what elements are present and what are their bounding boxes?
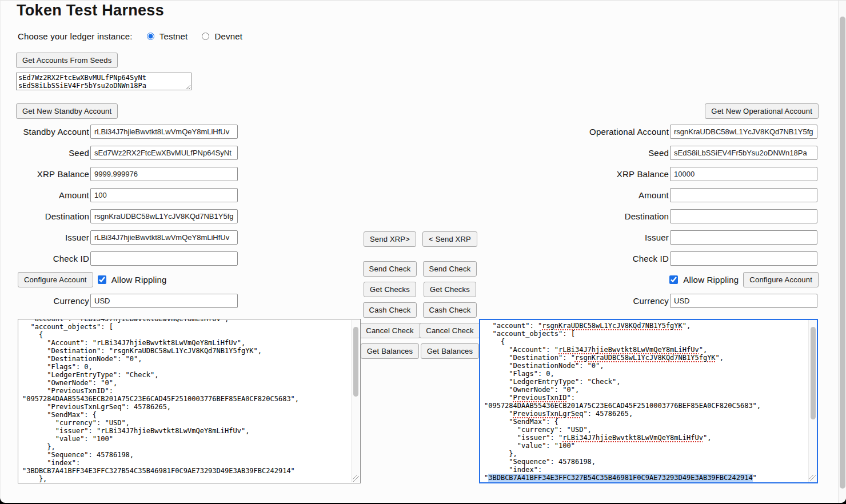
operational-send-check-button[interactable]: Send Check bbox=[423, 261, 477, 277]
resize-handle-icon[interactable] bbox=[353, 475, 359, 482]
standby-send-check-button[interactable]: Send Check bbox=[363, 261, 417, 277]
operational-account-row: Operational Account bbox=[536, 125, 819, 139]
standby-column: Standby Account Seed XRP Balance Amount … bbox=[16, 125, 239, 315]
standby-get-checks-button[interactable]: Get Checks bbox=[364, 282, 416, 297]
operational-amount-label: Amount bbox=[536, 190, 670, 200]
standby-xrp-balance-label: XRP Balance bbox=[16, 169, 90, 179]
page-title: Token Test Harness bbox=[17, 2, 164, 19]
standby-amount-row: Amount bbox=[16, 188, 239, 202]
operational-destination-label: Destination bbox=[536, 211, 670, 221]
resize-handle-icon[interactable] bbox=[809, 475, 816, 481]
operational-allow-rippling-label: Allow Rippling bbox=[683, 275, 739, 285]
operational-account-label: Operational Account bbox=[536, 127, 670, 137]
standby-account-label: Standby Account bbox=[16, 127, 90, 137]
operational-amount-input[interactable] bbox=[670, 188, 817, 202]
standby-configure-account-button[interactable]: Configure Account bbox=[18, 272, 93, 287]
standby-allow-rippling-checkbox[interactable] bbox=[98, 275, 106, 284]
operational-result-textarea[interactable]: "account": "rsgnKraUDBC58wL1YcJV8KQd7NB1… bbox=[479, 319, 818, 483]
standby-seed-row: Seed bbox=[16, 146, 239, 160]
standby-issuer-row: Issuer bbox=[16, 230, 239, 245]
ledger-option-devnet[interactable]: Devnet bbox=[202, 31, 242, 41]
standby-account-row: Standby Account bbox=[16, 125, 239, 139]
standby-allow-rippling-label: Allow Rippling bbox=[111, 275, 167, 285]
get-new-standby-account-button[interactable]: Get New Standby Account bbox=[16, 103, 118, 119]
standby-xrp-balance-row: XRP Balance bbox=[16, 167, 239, 181]
operational-get-checks-button[interactable]: Get Checks bbox=[424, 282, 476, 297]
operational-destination-input[interactable] bbox=[670, 209, 817, 223]
standby-destination-row: Destination bbox=[16, 209, 239, 223]
standby-seed-input[interactable] bbox=[90, 146, 238, 160]
operational-xrp-balance-input[interactable] bbox=[670, 167, 817, 181]
operational-seed-input[interactable] bbox=[670, 146, 817, 160]
token-test-harness-page: Token Test Harness Choose your ledger in… bbox=[0, 0, 846, 503]
ledger-testnet-label: Testnet bbox=[159, 31, 188, 41]
standby-account-input[interactable] bbox=[90, 125, 238, 139]
operational-result-json: "account": "rsgnKraUDBC58wL1YcJV8KQd7NB1… bbox=[480, 322, 808, 483]
seeds-textarea[interactable]: sEd7Wz2RX2FtcEwXBvMULfPNp64SyNt sEdS8iLb… bbox=[16, 73, 191, 90]
ledger-testnet-radio[interactable] bbox=[147, 33, 154, 40]
standby-cash-check-button[interactable]: Cash Check bbox=[363, 302, 417, 318]
operational-configure-account-button[interactable]: Configure Account bbox=[743, 272, 819, 287]
standby-amount-label: Amount bbox=[16, 190, 90, 200]
operational-result-scrollbar-thumb[interactable] bbox=[811, 327, 816, 419]
operational-check-id-row: Check ID bbox=[536, 251, 819, 266]
standby-configure-row: Configure Account Allow Rippling bbox=[16, 273, 239, 287]
operational-cash-check-button[interactable]: Cash Check bbox=[423, 302, 477, 318]
standby-actions-column: Send XRP> Send Check Get Checks Cash Che… bbox=[361, 231, 418, 359]
operational-seed-label: Seed bbox=[536, 148, 670, 158]
standby-check-id-input[interactable] bbox=[90, 251, 238, 266]
standby-result-scrollbar-thumb[interactable] bbox=[353, 327, 358, 397]
ledger-devnet-label: Devnet bbox=[214, 31, 242, 41]
standby-xrp-balance-input[interactable] bbox=[90, 167, 238, 181]
standby-currency-input[interactable] bbox=[90, 294, 238, 308]
get-new-operational-account-button[interactable]: Get New Operational Account bbox=[705, 103, 819, 119]
operational-amount-row: Amount bbox=[536, 188, 819, 202]
standby-currency-row: Currency bbox=[16, 294, 239, 308]
operational-column: Operational Account Seed XRP Balance Amo… bbox=[536, 125, 819, 315]
operational-result-scrollbar[interactable] bbox=[808, 320, 817, 482]
standby-amount-input[interactable] bbox=[90, 188, 238, 202]
ledger-instance-label: Choose your ledger instance: bbox=[18, 31, 133, 41]
operational-check-id-label: Check ID bbox=[536, 254, 670, 263]
ledger-devnet-radio[interactable] bbox=[202, 33, 209, 40]
ledger-option-testnet[interactable]: Testnet bbox=[147, 31, 188, 41]
page-scrollbar-thumb[interactable] bbox=[840, 17, 845, 489]
standby-issuer-label: Issuer bbox=[16, 233, 90, 242]
operational-issuer-input[interactable] bbox=[670, 230, 817, 245]
standby-destination-label: Destination bbox=[16, 211, 90, 221]
operational-configure-row: Allow Rippling Configure Account bbox=[536, 273, 819, 287]
operational-currency-row: Currency bbox=[536, 294, 819, 308]
operational-get-balances-button[interactable]: Get Balances bbox=[421, 343, 479, 359]
operational-currency-label: Currency bbox=[536, 296, 670, 306]
standby-result-scrollbar[interactable] bbox=[351, 320, 360, 482]
page-scrollbar[interactable] bbox=[838, 1, 846, 503]
get-accounts-from-seeds-button[interactable]: Get Accounts From Seeds bbox=[16, 53, 118, 68]
standby-seed-label: Seed bbox=[16, 148, 90, 158]
standby-currency-label: Currency bbox=[16, 296, 90, 306]
ledger-instance-row: Choose your ledger instance: Testnet Dev… bbox=[18, 30, 257, 42]
standby-destination-input[interactable] bbox=[90, 209, 238, 223]
operational-check-id-input[interactable] bbox=[670, 251, 817, 266]
standby-cancel-check-button[interactable]: Cancel Check bbox=[360, 323, 420, 338]
standby-result-textarea[interactable]: "account": "rLBi34J7hjieBwvtkt8LwVmQeY8m… bbox=[18, 319, 361, 483]
standby-result-json: "account": "rLBi34J7hjieBwvtkt8LwVmQeY8m… bbox=[18, 319, 351, 483]
operational-allow-rippling[interactable]: Allow Rippling bbox=[669, 275, 739, 285]
standby-get-balances-button[interactable]: Get Balances bbox=[361, 343, 419, 359]
standby-check-id-row: Check ID bbox=[16, 251, 239, 266]
operational-seed-row: Seed bbox=[536, 146, 819, 160]
operational-allow-rippling-checkbox[interactable] bbox=[669, 275, 678, 284]
standby-check-id-label: Check ID bbox=[16, 254, 90, 263]
operational-actions-column: < Send XRP Send Check Get Checks Cash Ch… bbox=[421, 231, 478, 359]
operational-issuer-label: Issuer bbox=[536, 233, 670, 242]
operational-cancel-check-button[interactable]: Cancel Check bbox=[420, 323, 480, 338]
operational-xrp-balance-label: XRP Balance bbox=[536, 169, 670, 179]
operational-send-xrp-button[interactable]: < Send XRP bbox=[422, 231, 477, 247]
operational-xrp-balance-row: XRP Balance bbox=[536, 167, 819, 181]
operational-currency-input[interactable] bbox=[670, 294, 817, 308]
operational-account-input[interactable] bbox=[670, 125, 817, 139]
operational-destination-row: Destination bbox=[536, 209, 819, 223]
operational-issuer-row: Issuer bbox=[536, 230, 819, 245]
standby-issuer-input[interactable] bbox=[90, 230, 238, 245]
standby-send-xrp-button[interactable]: Send XRP> bbox=[364, 231, 416, 247]
standby-allow-rippling[interactable]: Allow Rippling bbox=[98, 275, 167, 285]
